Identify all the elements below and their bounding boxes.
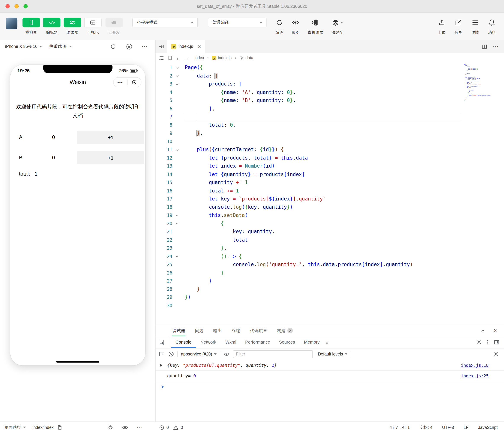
fold-chevron-icon[interactable] — [174, 293, 180, 302]
code-line[interactable]: 3 products: [ — [155, 80, 504, 88]
compile-mode-select[interactable]: 普通编译 — [208, 18, 266, 28]
breadcrumb-folder[interactable]: index — [194, 56, 204, 60]
outline-icon[interactable] — [159, 55, 164, 61]
code-line[interactable]: 22 total — [155, 236, 504, 244]
fold-chevron-icon[interactable] — [174, 179, 180, 187]
statusbar-more-icon[interactable]: ··· — [136, 425, 142, 430]
bookmark-icon[interactable] — [167, 55, 173, 61]
fold-chevron-icon[interactable] — [174, 146, 180, 154]
compile-button[interactable]: 编译 — [276, 18, 283, 36]
more-tabs-icon[interactable]: » — [324, 336, 330, 348]
code-line[interactable]: 19 this.setData( — [155, 211, 504, 220]
code-line[interactable]: 6 ], — [155, 105, 504, 113]
fold-chevron-icon[interactable] — [174, 170, 180, 179]
devtools-tab-network[interactable]: Network — [196, 336, 221, 348]
share-button[interactable]: 分享 — [454, 18, 462, 36]
code-line[interactable]: 1Page({ — [155, 64, 504, 72]
fold-chevron-icon[interactable] — [174, 129, 180, 138]
devtools-tab-memory[interactable]: Memory — [299, 336, 324, 348]
code-line[interactable]: 9 }, — [155, 129, 504, 138]
device-select[interactable]: iPhone X 85% 16 — [5, 44, 42, 49]
fold-chevron-icon[interactable] — [174, 228, 180, 236]
plus-one-button[interactable]: +1 — [77, 151, 144, 164]
fold-chevron-icon[interactable] — [174, 269, 180, 277]
vconsole-bug-icon[interactable] — [107, 424, 113, 430]
fold-chevron-icon[interactable] — [174, 261, 180, 269]
fold-chevron-icon[interactable] — [174, 220, 180, 228]
kebab-menu-icon[interactable] — [487, 340, 488, 345]
fold-chevron-icon[interactable] — [174, 285, 180, 293]
fold-chevron-icon[interactable] — [174, 187, 180, 195]
fold-chevron-icon[interactable] — [174, 138, 180, 146]
code-line[interactable]: 4 {name: 'A', quantity: 0}, — [155, 88, 504, 97]
debug-tab-终端[interactable]: 终端 — [232, 325, 240, 336]
stop-icon[interactable] — [126, 43, 133, 50]
code-line[interactable]: 30 — [155, 302, 504, 310]
code-line[interactable]: 12 let {products, total} = this.data — [155, 154, 504, 162]
expand-triangle-icon[interactable] — [160, 363, 167, 367]
encoding[interactable]: UTF-8 — [442, 425, 454, 430]
devtools-tab-console[interactable]: Console — [171, 336, 196, 348]
code-line[interactable]: 28 } — [155, 285, 504, 293]
fold-chevron-icon[interactable] — [174, 121, 180, 129]
close-tab-icon[interactable]: × — [198, 44, 201, 49]
code-line[interactable]: 10 — [155, 138, 504, 146]
console-filter-input[interactable] — [233, 350, 313, 358]
console-source-link[interactable]: index.js:25 — [461, 373, 489, 378]
devtools-tab-sources[interactable]: Sources — [274, 336, 299, 348]
fold-chevron-icon[interactable] — [174, 211, 180, 220]
more-options-icon[interactable]: ··· — [142, 44, 147, 49]
close-window-button[interactable] — [5, 4, 9, 8]
details-button[interactable]: 详情 — [471, 18, 479, 36]
code-line[interactable]: 2 data: { — [155, 72, 504, 80]
language-mode[interactable]: JavaScript — [478, 425, 497, 430]
clear-console-icon[interactable] — [168, 351, 174, 357]
log-levels-select[interactable]: Default levels — [318, 352, 347, 356]
fold-chevron-icon[interactable] — [174, 203, 180, 211]
code-line[interactable]: 23 }, — [155, 244, 504, 252]
debug-tab-调试器[interactable]: 调试器 — [172, 325, 185, 336]
cursor-position[interactable]: 行 7，列 1 — [390, 424, 410, 430]
fold-chevron-icon[interactable] — [174, 302, 180, 310]
restart-icon[interactable] — [110, 43, 117, 50]
code-line[interactable]: 25 console.log('quantity=', this.data.pr… — [155, 261, 504, 269]
code-line[interactable]: 29}) — [155, 293, 504, 302]
code-line[interactable]: 24 () => { — [155, 252, 504, 261]
code-line[interactable]: 20 { — [155, 220, 504, 228]
plus-one-button[interactable]: +1 — [77, 130, 144, 144]
zoom-window-button[interactable] — [23, 4, 27, 8]
debugger-button[interactable]: 调试器 — [63, 18, 81, 36]
console-settings-gear-icon[interactable] — [493, 351, 499, 357]
capsule-close-icon[interactable] — [127, 79, 141, 85]
console-eye-icon[interactable] — [224, 351, 230, 357]
devtools-tab-wxml[interactable]: Wxml — [221, 336, 241, 348]
clear-cache-button[interactable]: 清缓存 — [331, 18, 343, 36]
collapse-panel-icon[interactable] — [480, 328, 486, 333]
fold-chevron-icon[interactable] — [174, 195, 180, 203]
fold-chevron-icon[interactable] — [174, 72, 180, 80]
code-line[interactable]: 16 total += 1 — [155, 187, 504, 195]
fold-chevron-icon[interactable] — [174, 236, 180, 244]
code-line[interactable]: 17 let key = `products[${index}].quantit… — [155, 195, 504, 203]
code-line[interactable]: 27 ) — [155, 277, 504, 285]
code-line[interactable]: 18 console.log({key, quantity}) — [155, 203, 504, 211]
eol-setting[interactable]: LF — [464, 425, 468, 430]
visualization-button[interactable]: 可视化 — [84, 18, 101, 36]
inspect-element-icon[interactable] — [155, 336, 169, 348]
fold-chevron-icon[interactable] — [174, 88, 180, 97]
fold-chevron-icon[interactable] — [174, 277, 180, 285]
fold-chevron-icon[interactable] — [174, 113, 180, 121]
code-line[interactable]: 21 key: quantity, — [155, 228, 504, 236]
messages-button[interactable]: 消息 — [488, 18, 496, 36]
fold-chevron-icon[interactable] — [174, 97, 180, 105]
console-source-link[interactable]: index.js:18 — [461, 363, 489, 367]
debug-tab-代码质量[interactable]: 代码质量 — [250, 325, 267, 336]
avatar[interactable] — [6, 18, 17, 29]
code-line[interactable]: 7 — [155, 113, 504, 121]
code-line[interactable]: 15 quantity += 1 — [155, 179, 504, 187]
console-sidebar-icon[interactable] — [159, 351, 165, 357]
preview-button[interactable]: 预览 — [292, 18, 299, 36]
dock-side-icon[interactable] — [494, 339, 499, 345]
fold-chevron-icon[interactable] — [174, 64, 180, 72]
watch-eye-icon[interactable] — [122, 424, 128, 431]
